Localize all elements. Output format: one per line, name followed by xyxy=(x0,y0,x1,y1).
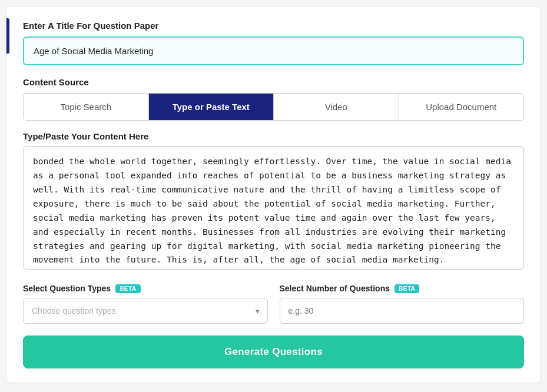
question-types-beta-badge: BETA xyxy=(115,284,140,293)
content-textarea[interactable]: bonded the whole world together, seeming… xyxy=(23,146,524,270)
main-container: Enter A Title For Question Paper Content… xyxy=(6,6,541,383)
tab-type-paste-text[interactable]: Type or Paste Text xyxy=(149,94,274,120)
question-types-select-wrapper: Choose question types. Multiple Choice T… xyxy=(23,298,268,324)
generate-questions-button[interactable]: Generate Questions xyxy=(23,335,524,368)
tab-bar: Topic Search Type or Paste Text Video Up… xyxy=(23,93,524,121)
number-of-questions-beta-badge: BETA xyxy=(394,284,419,293)
bottom-row: Select Question Types BETA Choose questi… xyxy=(23,284,524,324)
title-section-label: Enter A Title For Question Paper xyxy=(23,21,524,31)
tab-video[interactable]: Video xyxy=(274,94,399,120)
question-types-block: Select Question Types BETA Choose questi… xyxy=(23,284,268,324)
number-of-questions-input[interactable] xyxy=(280,298,525,324)
content-source-label: Content Source xyxy=(23,77,524,87)
left-accent-bar xyxy=(6,18,9,54)
question-types-select[interactable]: Choose question types. Multiple Choice T… xyxy=(23,298,268,324)
tab-upload-document[interactable]: Upload Document xyxy=(399,94,524,120)
content-area-label: Type/Paste Your Content Here xyxy=(23,131,524,141)
number-of-questions-block: Select Number of Questions BETA xyxy=(280,284,525,324)
number-of-questions-label: Select Number of Questions BETA xyxy=(280,284,525,293)
question-types-label: Select Question Types BETA xyxy=(23,284,268,293)
title-input[interactable] xyxy=(23,36,524,65)
tab-topic-search[interactable]: Topic Search xyxy=(24,94,149,120)
text-area-wrapper: bonded the whole world together, seeming… xyxy=(23,146,524,272)
